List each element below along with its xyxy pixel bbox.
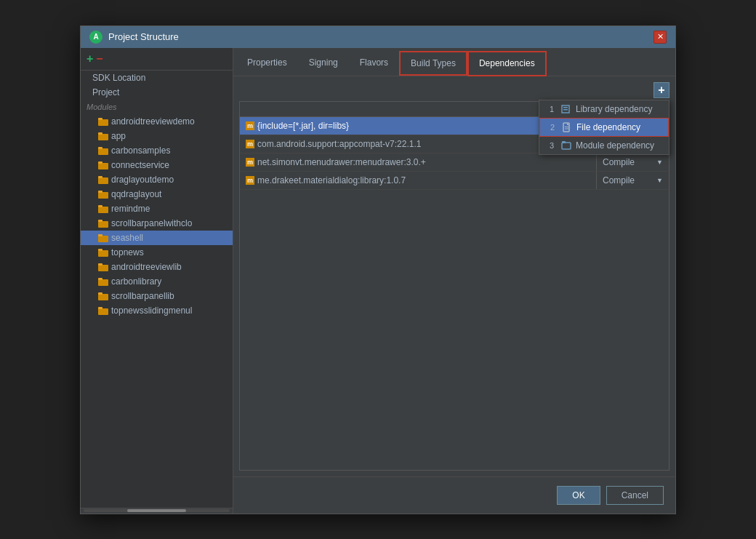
sidebar-scroll[interactable]: SDK Location Project Modules androidtree…: [81, 71, 233, 508]
cancel-button[interactable]: Cancel: [606, 486, 664, 505]
sidebar-item-sdk-location[interactable]: SDK Location: [81, 71, 233, 85]
module-label: seashell: [111, 233, 143, 243]
svg-rect-19: [98, 249, 102, 251]
scrollbar-thumb: [127, 509, 185, 512]
add-dependency-button[interactable]: +: [654, 82, 669, 98]
option-number: 1: [547, 104, 557, 114]
sidebar-item-androidtreeviewdemo[interactable]: androidtreeviewdemo: [81, 114, 233, 129]
dialog-body: + − SDK Location Project Modules android…: [81, 48, 675, 514]
sidebar-item-remindme[interactable]: remindme: [81, 201, 233, 216]
folder-icon: [98, 204, 108, 213]
svg-rect-9: [98, 176, 102, 178]
dialog-footer: OK Cancel: [233, 476, 675, 514]
svg-rect-1: [98, 118, 102, 120]
folder-icon: [98, 248, 108, 257]
svg-rect-15: [98, 220, 102, 222]
ok-button[interactable]: OK: [557, 486, 600, 505]
dependency-scope: Compile ▼: [596, 172, 669, 189]
option-number: 2: [547, 122, 558, 132]
sidebar-item-seashell[interactable]: seashell: [81, 231, 233, 245]
tab-dependencies[interactable]: Dependencies: [467, 51, 547, 76]
close-button[interactable]: ✕: [654, 31, 667, 44]
sidebar-item-qqdraglayout[interactable]: qqdraglayout: [81, 187, 233, 201]
add-dep-container: + 1 Library dependency 2 File d: [654, 82, 669, 98]
tab-signing[interactable]: Signing: [298, 51, 349, 76]
svg-rect-16: [98, 236, 108, 242]
module-dependency-option[interactable]: 3 Module dependency: [539, 137, 669, 154]
folder-icon: [98, 146, 108, 155]
svg-rect-34: [562, 143, 571, 149]
sidebar-item-topnews[interactable]: topnews: [81, 245, 233, 260]
module-label: qqdraglayout: [111, 189, 161, 199]
module-label: androidtreeviewdemo: [111, 116, 195, 127]
svg-rect-2: [98, 134, 108, 140]
sidebar-item-project[interactable]: Project: [81, 85, 233, 100]
sidebar-item-carbonsamples[interactable]: carbonsamples: [81, 143, 233, 158]
svg-rect-12: [98, 207, 108, 213]
svg-rect-13: [98, 205, 102, 207]
sdk-location-label: SDK Location: [92, 73, 145, 83]
file-icon: [562, 122, 572, 132]
library-icon: [561, 104, 571, 114]
module-label: connectservice: [111, 160, 169, 170]
svg-rect-17: [98, 234, 102, 236]
svg-rect-26: [98, 308, 108, 315]
sidebar-item-topnewsslidingmenul[interactable]: topnewsslidingmenul: [81, 303, 233, 318]
table-row[interactable]: m net.simonvt.menudrawer:menudrawer:3.0.…: [240, 153, 669, 172]
svg-rect-27: [98, 307, 102, 309]
scope-dropdown-arrow[interactable]: ▼: [656, 159, 663, 166]
sidebar-remove-button[interactable]: −: [96, 52, 102, 65]
sidebar-item-connectservice[interactable]: connectservice: [81, 158, 233, 172]
module-icon: [561, 140, 571, 151]
tab-build-types[interactable]: Build Types: [399, 51, 467, 76]
sidebar-item-app[interactable]: app: [81, 129, 233, 143]
svg-rect-6: [98, 163, 108, 169]
module-label: remindme: [111, 204, 150, 214]
folder-icon: [98, 219, 108, 228]
sidebar-item-scrollbarpanellib[interactable]: scrollbarpanellib: [81, 289, 233, 303]
folder-icon: [98, 161, 108, 169]
svg-rect-8: [98, 177, 108, 184]
option-label: File dependency: [576, 122, 640, 132]
module-label: carbonlibrary: [111, 276, 161, 287]
folder-icon: [98, 190, 108, 199]
dependencies-table: Scope m {include=[*.jar], dir=libs} Comp…: [239, 101, 669, 471]
sidebar-item-carbonlibrary[interactable]: carbonlibrary: [81, 274, 233, 289]
module-label: scrollbarpanelwithclo: [111, 218, 192, 228]
folder-icon: [98, 117, 108, 126]
module-label: carbonsamples: [111, 145, 170, 156]
android-icon: A: [89, 31, 102, 44]
table-row[interactable]: m me.drakeet.materialdialog:library:1.0.…: [240, 172, 669, 190]
svg-rect-22: [98, 279, 108, 286]
folder-icon: [98, 175, 108, 184]
dependency-scope: Compile ▼: [596, 153, 669, 171]
tab-flavors[interactable]: Flavors: [349, 51, 399, 76]
svg-rect-10: [98, 192, 108, 199]
m-icon: m: [246, 140, 254, 148]
dialog-titlebar: A Project Structure ✕: [81, 26, 675, 48]
sidebar-add-button[interactable]: +: [87, 52, 93, 65]
folder-icon: [98, 263, 108, 271]
svg-rect-30: [563, 109, 568, 111]
svg-rect-33: [565, 128, 568, 129]
library-dependency-option[interactable]: 1 Library dependency: [539, 100, 669, 118]
sidebar-item-androidtreeviewlib[interactable]: androidtreeviewlib: [81, 260, 233, 274]
sidebar-toolbar: + −: [81, 48, 233, 71]
svg-rect-23: [98, 278, 102, 280]
svg-rect-20: [98, 265, 108, 271]
sidebar: + − SDK Location Project Modules android…: [81, 48, 233, 514]
sidebar-scrollbar[interactable]: [81, 508, 233, 514]
tab-bar: Properties Signing Flavors Build Types D…: [233, 48, 675, 76]
m-icon: m: [246, 176, 254, 185]
sidebar-item-draglayoutdemo[interactable]: draglayoutdemo: [81, 172, 233, 187]
file-dependency-option[interactable]: 2 File dependency: [539, 118, 669, 137]
module-label: app: [111, 131, 126, 141]
scope-dropdown-arrow[interactable]: ▼: [656, 177, 663, 184]
module-label: scrollbarpanellib: [111, 291, 174, 301]
svg-rect-11: [98, 191, 102, 193]
sidebar-item-scrollbarpanelwithclo[interactable]: scrollbarpanelwithclo: [81, 216, 233, 231]
modules-section-label: Modules: [81, 100, 233, 114]
folder-icon: [98, 277, 108, 286]
tab-properties[interactable]: Properties: [236, 51, 298, 76]
module-label: topnews: [111, 247, 144, 257]
